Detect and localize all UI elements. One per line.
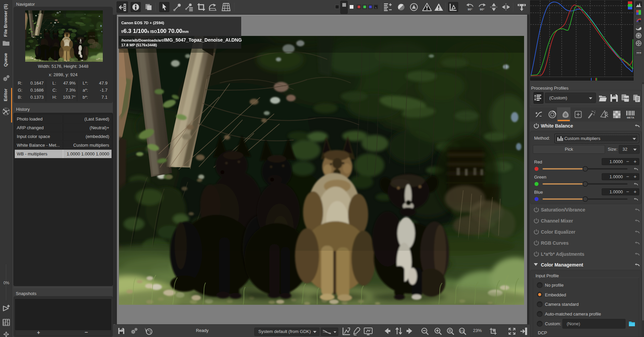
svg-text:90°: 90° [480,8,484,11]
svg-text:1:1: 1:1 [460,329,464,333]
svg-text:META: META [627,116,634,119]
svg-text:90°: 90° [468,8,472,11]
